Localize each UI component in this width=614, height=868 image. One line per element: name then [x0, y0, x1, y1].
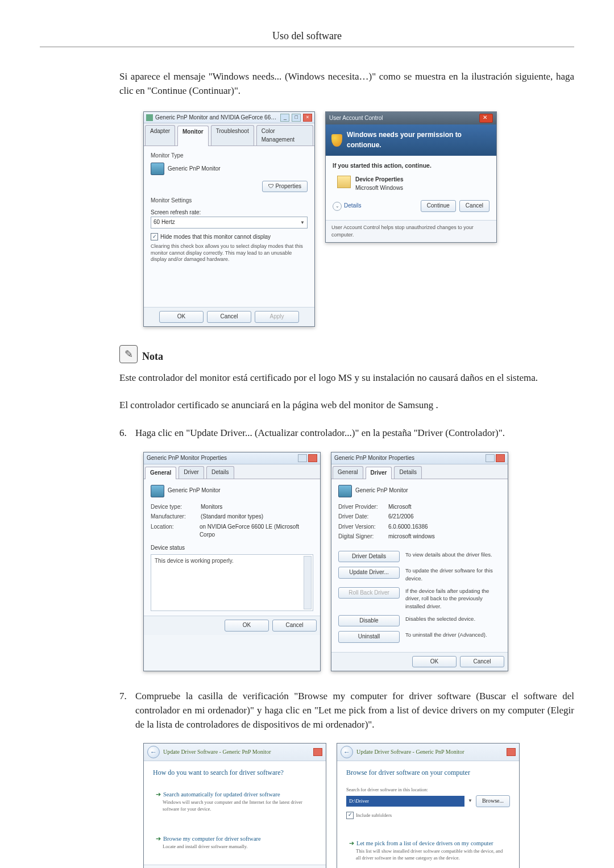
help-button[interactable] — [486, 454, 495, 462]
uac-details-toggle[interactable]: ⌄ Details — [333, 202, 362, 211]
uac-window: User Account Control Windows needs your … — [325, 111, 497, 243]
tab-troubleshoot[interactable]: Troubleshoot — [211, 125, 254, 146]
signer-v: microsoft windows — [388, 533, 435, 541]
tab-driver[interactable]: Driver — [366, 467, 392, 479]
monitor-icon — [151, 163, 164, 175]
properties-button[interactable]: 🛡 Properties — [262, 181, 308, 193]
uac-headline: Windows needs your permission to contion… — [347, 130, 491, 150]
step-text: Haga clic en "Update Driver... (Actualiz… — [135, 426, 574, 441]
disable-desc: Disables the selected device. — [405, 615, 501, 623]
devtype-k: Device type: — [151, 503, 201, 512]
version-v: 6.0.6000.16386 — [388, 523, 428, 531]
app-icon — [337, 176, 351, 188]
provider-v: Microsoft — [388, 503, 412, 512]
hide-modes-label: Hide modes that this monitor cannot disp… — [160, 233, 271, 242]
cancel-button[interactable]: Cancel — [272, 620, 317, 632]
note-paragraph-1: Este controlador del monitor está certif… — [119, 371, 574, 385]
step-number: 7. — [119, 690, 135, 732]
hide-modes-description: Clearing this check box allows you to se… — [151, 243, 308, 263]
close-button[interactable] — [313, 748, 322, 756]
maximize-button[interactable]: □ — [292, 114, 301, 122]
opt1-title: Search automatically for updated driver … — [163, 791, 280, 798]
step-7: 7. Compruebe la casilla de verificación … — [119, 690, 574, 732]
rollback-driver-button[interactable]: Roll Back Driver — [338, 587, 400, 599]
chevron-down-icon: ▼ — [468, 798, 472, 804]
scrollbar[interactable] — [304, 556, 312, 609]
uninstall-button[interactable]: Uninstall — [338, 631, 400, 643]
opt2-desc: Locate and install driver software manua… — [163, 843, 314, 850]
ok-button[interactable]: OK — [225, 620, 269, 632]
date-k: Driver Date: — [338, 513, 388, 521]
uac-app-name: Device Properties — [355, 176, 404, 184]
browse-button[interactable]: Browse... — [476, 795, 510, 807]
date-v: 6/21/2006 — [388, 513, 414, 521]
uac-subline: If you started this action, continue. — [333, 161, 489, 170]
back-button[interactable]: ← — [147, 746, 160, 758]
tab-adapter[interactable]: Adapter — [145, 125, 175, 146]
option-search-auto[interactable]: ➔Search automatically for updated driver… — [153, 786, 317, 817]
opt-title: Let me pick from a list of device driver… — [356, 840, 493, 846]
tab-color-management[interactable]: Color Management — [256, 125, 313, 146]
close-button[interactable] — [308, 454, 317, 462]
uac-titlebar: User Account Control — [326, 112, 496, 124]
path-combo[interactable]: D:\Driver — [346, 796, 464, 807]
cancel-button[interactable]: Cancel — [459, 200, 489, 212]
note-label: Nota — [142, 349, 163, 364]
update-driver-button[interactable]: Update Driver... — [338, 567, 400, 579]
window-buttons: _ □ × — [280, 113, 312, 122]
tab-general[interactable]: General — [145, 467, 176, 479]
update-driver-desc: To update the driver software for this d… — [405, 567, 501, 583]
disable-button[interactable]: Disable — [338, 615, 400, 627]
shield-icon — [331, 134, 342, 147]
tab-driver[interactable]: Driver — [179, 466, 204, 479]
tab-monitor[interactable]: Monitor — [177, 126, 209, 146]
tab-general[interactable]: General — [333, 466, 363, 479]
monitor-settings-label: Monitor Settings — [151, 197, 308, 205]
hide-modes-checkbox[interactable]: ✓ — [151, 233, 158, 240]
device-name: Generic PnP Monitor — [168, 487, 221, 495]
breadcrumb: Update Driver Software - Generic PnP Mon… — [163, 748, 271, 757]
note-heading: ✎ Nota — [119, 345, 574, 363]
monitor-name: Generic PnP Monitor — [168, 165, 221, 173]
ok-button[interactable]: OK — [412, 656, 457, 668]
include-subfolders-checkbox[interactable]: ✓ — [346, 812, 354, 819]
back-button[interactable]: ← — [341, 746, 353, 758]
wizard-heading: Browse for driver software on your compu… — [346, 768, 510, 778]
continue-button[interactable]: Continue — [421, 200, 456, 212]
ok-button[interactable]: OK — [159, 311, 204, 323]
close-button[interactable] — [479, 114, 493, 123]
header-rule — [40, 47, 574, 47]
option-let-me-pick[interactable]: ➔Let me pick from a list of device drive… — [346, 835, 510, 866]
opt-desc: This list will show installed driver sof… — [356, 848, 507, 862]
close-button[interactable]: × — [303, 114, 312, 122]
tab-details[interactable]: Details — [206, 466, 234, 479]
option-browse-computer[interactable]: ➔Browse my computer for driver software … — [153, 830, 317, 854]
note-paragraph-2: El controlador certificado se anunciará … — [119, 398, 574, 413]
monitor-icon — [151, 485, 164, 497]
monitor-properties-window: Generic PnP Monitor and NVIDIA GeForce 6… — [143, 111, 315, 326]
uac-body: If you started this action, continue. De… — [326, 156, 496, 220]
figure-3: ← Update Driver Software - Generic PnP M… — [143, 743, 574, 868]
close-button[interactable] — [507, 748, 516, 756]
driver-details-button[interactable]: Driver Details — [338, 551, 400, 563]
uac-publisher: Microsoft Windows — [355, 184, 404, 193]
device-name: Generic PnP Monitor — [355, 487, 408, 495]
close-button[interactable] — [496, 454, 505, 462]
cancel-button[interactable]: Cancel — [207, 311, 251, 323]
devtype-v: Monitors — [201, 503, 222, 512]
tab-details[interactable]: Details — [394, 466, 422, 479]
step-6: 6. Haga clic en "Update Driver... (Actua… — [119, 426, 574, 441]
signer-k: Digital Signer: — [338, 533, 388, 541]
minimize-button[interactable]: _ — [280, 114, 289, 122]
uac-title-text: User Account Control — [329, 114, 383, 123]
driver-details-desc: To view details about the driver files. — [405, 551, 501, 559]
dialog-buttons: OK Cancel Apply — [144, 307, 314, 326]
loc-k: Location: — [151, 523, 200, 539]
apply-button[interactable]: Apply — [255, 311, 299, 323]
monitor-type-label: Monitor Type — [151, 152, 308, 160]
window-icon — [146, 114, 153, 121]
figure-2: Generic PnP Monitor Properties General D… — [143, 452, 574, 672]
help-button[interactable] — [298, 454, 307, 462]
refresh-rate-combo[interactable]: 60 Hertz ▼ — [151, 217, 308, 229]
cancel-button[interactable]: Cancel — [460, 656, 504, 668]
